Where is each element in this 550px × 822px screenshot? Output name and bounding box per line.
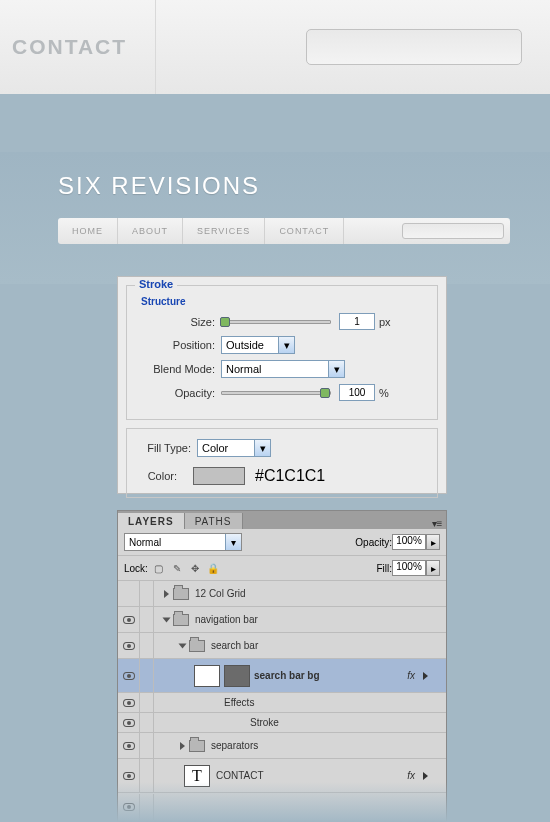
stroke-dialog: Stroke Structure Size: px Position: Outs… bbox=[117, 276, 447, 494]
lock-label: Lock: bbox=[124, 563, 148, 574]
layer-row[interactable] bbox=[118, 793, 446, 821]
opacity-unit: % bbox=[379, 387, 389, 399]
layers-panel: LAYERS PATHS ▾≡ Normal▾ Opacity: 100% ▸ … bbox=[117, 510, 447, 822]
folder-icon bbox=[189, 740, 205, 752]
chevron-down-icon: ▾ bbox=[254, 440, 270, 456]
position-select[interactable]: Outside▾ bbox=[221, 336, 295, 354]
lock-all-icon[interactable]: 🔒 bbox=[206, 561, 220, 575]
search-input[interactable] bbox=[306, 29, 522, 65]
size-unit: px bbox=[379, 316, 391, 328]
nav-services[interactable]: SERVICES bbox=[183, 218, 265, 244]
blend-select[interactable]: Normal▾ bbox=[221, 360, 345, 378]
folder-icon bbox=[173, 588, 189, 600]
visibility-toggle[interactable] bbox=[118, 659, 140, 693]
preview-search-input[interactable] bbox=[402, 223, 504, 239]
visibility-toggle[interactable] bbox=[118, 607, 140, 633]
nav-home[interactable]: HOME bbox=[58, 218, 118, 244]
panel-menu-icon[interactable]: ▾≡ bbox=[428, 518, 446, 529]
lock-paint-icon[interactable]: ✎ bbox=[170, 561, 184, 575]
tab-paths[interactable]: PATHS bbox=[185, 513, 243, 529]
disclosure-icon[interactable] bbox=[179, 643, 187, 648]
stroke-legend: Stroke bbox=[135, 278, 177, 290]
color-swatch[interactable] bbox=[193, 467, 245, 485]
tab-layers[interactable]: LAYERS bbox=[118, 513, 185, 529]
chevron-down-icon: ▾ bbox=[278, 337, 294, 353]
layer-row[interactable]: T CONTACT fx bbox=[118, 759, 446, 793]
opacity-slider[interactable] bbox=[221, 391, 331, 395]
layer-row[interactable]: 12 Col Grid bbox=[118, 581, 446, 607]
opacity-label: Opacity: bbox=[137, 387, 215, 399]
lock-move-icon[interactable]: ✥ bbox=[188, 561, 202, 575]
visibility-toggle[interactable] bbox=[118, 693, 140, 713]
size-input[interactable] bbox=[339, 313, 375, 330]
nav-contact[interactable]: CONTACT bbox=[265, 218, 344, 244]
text-layer-icon: T bbox=[184, 765, 210, 787]
disclosure-icon[interactable] bbox=[163, 617, 171, 622]
visibility-toggle[interactable] bbox=[118, 581, 140, 607]
structure-legend: Structure bbox=[141, 296, 427, 307]
fill-label: Fill: bbox=[376, 563, 392, 574]
opacity-flyout-icon[interactable]: ▸ bbox=[426, 534, 440, 550]
top-nav-bar: CONTACT bbox=[0, 0, 550, 94]
visibility-toggle[interactable] bbox=[118, 713, 140, 733]
layer-blend-select[interactable]: Normal▾ bbox=[124, 533, 242, 551]
blend-label: Blend Mode: bbox=[137, 363, 215, 375]
filltype-label: Fill Type: bbox=[137, 442, 191, 454]
color-label: Color: bbox=[137, 470, 177, 482]
size-slider[interactable] bbox=[221, 320, 331, 324]
layer-stroke-row[interactable]: Stroke bbox=[118, 713, 446, 733]
tab-contact[interactable]: CONTACT bbox=[0, 0, 156, 94]
disclosure-icon[interactable] bbox=[164, 590, 169, 598]
preview-nav: HOME ABOUT SERVICES CONTACT bbox=[58, 218, 510, 244]
visibility-toggle[interactable] bbox=[118, 794, 140, 820]
layer-opacity-input[interactable]: 100% bbox=[392, 534, 426, 550]
visibility-toggle[interactable] bbox=[118, 633, 140, 659]
chevron-down-icon: ▾ bbox=[328, 361, 344, 377]
folder-icon bbox=[173, 614, 189, 626]
visibility-toggle[interactable] bbox=[118, 759, 140, 793]
nav-about[interactable]: ABOUT bbox=[118, 218, 183, 244]
fx-badge: fx bbox=[407, 670, 415, 681]
mask-thumb bbox=[224, 665, 250, 687]
chevron-down-icon: ▾ bbox=[225, 534, 241, 550]
filltype-select[interactable]: Color▾ bbox=[197, 439, 271, 457]
layer-thumb bbox=[194, 665, 220, 687]
layer-row[interactable]: navigation bar bbox=[118, 607, 446, 633]
fx-badge: fx bbox=[407, 770, 415, 781]
site-title: SIX REVISIONS bbox=[58, 172, 550, 200]
lock-transparency-icon[interactable]: ▢ bbox=[152, 561, 166, 575]
size-label: Size: bbox=[137, 316, 215, 328]
visibility-toggle[interactable] bbox=[118, 733, 140, 759]
layer-list: 12 Col Grid navigation bar search bar se… bbox=[118, 581, 446, 821]
site-preview: SIX REVISIONS HOME ABOUT SERVICES CONTAC… bbox=[0, 152, 550, 284]
layer-row[interactable]: separators bbox=[118, 733, 446, 759]
layer-row[interactable]: search bar bbox=[118, 633, 446, 659]
layer-opacity-label: Opacity: bbox=[355, 537, 392, 548]
position-label: Position: bbox=[137, 339, 215, 351]
opacity-input[interactable] bbox=[339, 384, 375, 401]
layer-effects-row[interactable]: Effects bbox=[118, 693, 446, 713]
disclosure-icon[interactable] bbox=[180, 742, 185, 750]
folder-icon bbox=[189, 640, 205, 652]
fill-flyout-icon[interactable]: ▸ bbox=[426, 560, 440, 576]
fill-input[interactable]: 100% bbox=[392, 560, 426, 576]
layer-row-selected[interactable]: search bar bg fx bbox=[118, 659, 446, 693]
color-hex: #C1C1C1 bbox=[255, 467, 325, 485]
